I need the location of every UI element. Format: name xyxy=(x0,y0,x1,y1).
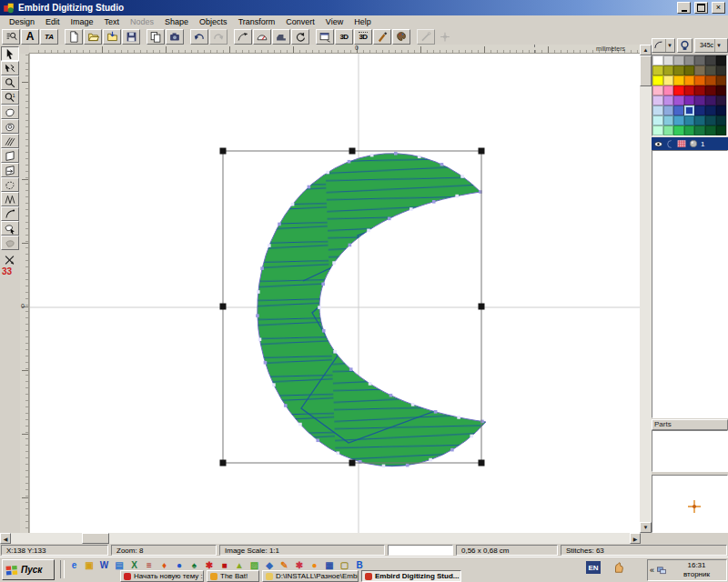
palette-swatch-53[interactable] xyxy=(694,125,705,135)
vertical-scrollbar[interactable]: ▲ ▼ xyxy=(640,45,652,533)
palette-swatch-37[interactable] xyxy=(673,105,684,115)
new-icon[interactable] xyxy=(65,29,83,45)
palette-swatch-18[interactable] xyxy=(694,75,705,85)
palette-swatch-45[interactable] xyxy=(684,115,695,125)
gauge-icon[interactable] xyxy=(253,29,271,45)
palette-swatch-35[interactable] xyxy=(652,105,663,115)
quick-launch-icon-13[interactable]: ◆ xyxy=(263,559,277,571)
menu-image[interactable]: Image xyxy=(66,16,99,27)
tray-network-icon[interactable] xyxy=(656,566,667,575)
palette-swatch-29[interactable] xyxy=(663,95,674,105)
palette-swatch-8[interactable] xyxy=(663,65,674,75)
brush-icon[interactable] xyxy=(373,29,391,45)
quick-launch-icon-2[interactable]: W xyxy=(97,559,111,571)
quick-launch-icon-18[interactable]: ▢ xyxy=(338,559,351,571)
menu-text[interactable]: Text xyxy=(99,16,126,27)
paste-image-icon[interactable] xyxy=(166,29,184,45)
fill-hole-tool[interactable] xyxy=(1,119,19,134)
restore-button[interactable] xyxy=(694,2,708,14)
vscroll-thumb[interactable] xyxy=(640,55,652,86)
hoop-button[interactable] xyxy=(677,38,693,53)
palette-swatch-50[interactable] xyxy=(663,125,674,135)
quick-launch-icon-10[interactable]: ■ xyxy=(217,559,231,571)
freehand-shape-tool[interactable] xyxy=(1,221,19,236)
palette-swatch-19[interactable] xyxy=(705,75,716,85)
parts-list[interactable] xyxy=(652,430,728,472)
design-canvas[interactable] xyxy=(29,54,640,533)
start-button[interactable]: Пуск xyxy=(2,559,55,580)
palette-swatch-33[interactable] xyxy=(705,95,716,105)
curve-style-dropdown[interactable]: ▼ xyxy=(652,38,675,53)
palette-swatch-16[interactable] xyxy=(673,75,684,85)
text-adjust-icon[interactable]: TA xyxy=(40,29,58,45)
scroll-left-button[interactable]: ◀ xyxy=(0,533,11,544)
palette-swatch-36[interactable] xyxy=(663,105,674,115)
menu-design[interactable]: Design xyxy=(4,16,40,27)
palette-swatch-55[interactable] xyxy=(716,125,727,135)
zoom-tool[interactable] xyxy=(1,75,19,90)
hatch-fill-tool[interactable] xyxy=(1,134,19,148)
3d-icon[interactable]: 3D xyxy=(335,29,353,45)
palette-swatch-15[interactable] xyxy=(663,75,674,85)
task-button-2[interactable]: D:\INSTALL\Разное\Embird xyxy=(262,570,359,582)
palette-swatch-30[interactable] xyxy=(673,95,684,105)
palette-swatch-41[interactable] xyxy=(716,105,727,115)
quick-launch-icon-11[interactable]: ▲ xyxy=(233,559,247,571)
save-icon[interactable] xyxy=(122,29,140,45)
palette-swatch-52[interactable] xyxy=(684,125,695,135)
palette-swatch-10[interactable] xyxy=(684,65,695,75)
text-icon[interactable]: A xyxy=(21,29,39,45)
quick-launch-icon-5[interactable]: ≡ xyxy=(143,559,157,571)
palette-swatch-0[interactable] xyxy=(652,55,663,65)
palette-swatch-4[interactable] xyxy=(694,55,705,65)
hscroll-thumb[interactable] xyxy=(82,533,109,544)
scroll-right-button[interactable]: ▶ xyxy=(630,533,641,544)
open-icon[interactable] xyxy=(84,29,102,45)
sew-simulator-icon[interactable] xyxy=(272,29,290,45)
menu-view[interactable]: View xyxy=(320,16,349,27)
quick-launch-icon-12[interactable]: ▨ xyxy=(248,559,261,571)
palette-swatch-13[interactable] xyxy=(716,65,727,75)
palette-swatch-24[interactable] xyxy=(684,85,695,95)
task-button-0[interactable]: Начать новую тему :: B... xyxy=(120,570,204,582)
palette-swatch-44[interactable] xyxy=(673,115,684,125)
quick-launch-icon-7[interactable]: ● xyxy=(173,559,187,571)
parameters-icon[interactable] xyxy=(2,29,20,45)
palette-swatch-54[interactable] xyxy=(705,125,716,135)
palette-swatch-46[interactable] xyxy=(694,115,705,125)
quick-launch-icon-15[interactable]: ✱ xyxy=(293,559,307,571)
quick-launch-icon-16[interactable]: ● xyxy=(308,559,321,571)
quick-launch-icon-6[interactable]: ♦ xyxy=(157,559,171,571)
palette-swatch-27[interactable] xyxy=(716,85,727,95)
hand-tray-icon[interactable] xyxy=(612,561,626,574)
palette-swatch-42[interactable] xyxy=(652,115,663,125)
palette-swatch-49[interactable] xyxy=(652,125,663,135)
palette-swatch-2[interactable] xyxy=(673,55,684,65)
task-button-3[interactable]: Embird Digitizing Stud... xyxy=(361,570,461,582)
palette-swatch-21[interactable] xyxy=(652,85,663,95)
outline-tool[interactable] xyxy=(1,177,19,192)
menu-convert[interactable]: Convert xyxy=(280,16,320,27)
crescent-object[interactable] xyxy=(256,152,486,467)
undo-icon[interactable] xyxy=(190,29,208,45)
palette-swatch-43[interactable] xyxy=(663,115,674,125)
horizontal-scrollbar[interactable]: ◀ ▶ xyxy=(0,533,641,544)
palette-swatch-26[interactable] xyxy=(705,85,716,95)
column-tool[interactable] xyxy=(1,148,19,163)
quick-launch-icon-8[interactable]: ♠ xyxy=(187,559,201,571)
menu-edit[interactable]: Edit xyxy=(40,16,66,27)
close-button[interactable]: × xyxy=(712,2,725,14)
select-tool[interactable] xyxy=(1,46,19,61)
palette-swatch-7[interactable] xyxy=(652,65,663,75)
quick-launch-icon-19[interactable]: B xyxy=(353,559,367,571)
quick-launch-icon-17[interactable]: ▦ xyxy=(323,559,337,571)
measure-curve-icon[interactable] xyxy=(234,29,252,45)
refresh-icon[interactable] xyxy=(291,29,309,45)
minimize-button[interactable] xyxy=(677,2,691,14)
palette-swatch-1[interactable] xyxy=(663,55,674,65)
menu-help[interactable]: Help xyxy=(349,16,377,27)
palette-swatch-12[interactable] xyxy=(705,65,716,75)
layer-row[interactable]: 1 xyxy=(652,137,728,150)
palette-swatch-6[interactable] xyxy=(716,55,727,65)
3d-window-icon[interactable] xyxy=(316,29,334,45)
